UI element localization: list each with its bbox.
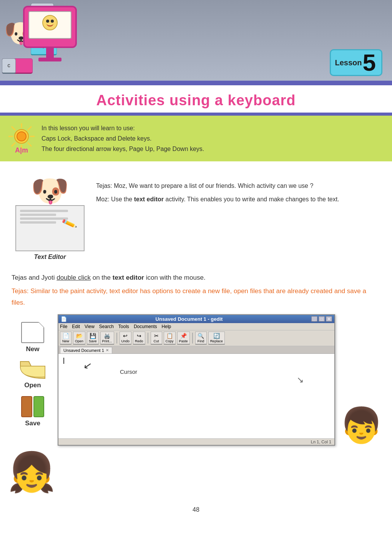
toolbar-replace[interactable]: 🔄 Replace bbox=[208, 332, 225, 345]
intro-line3: The four directional arrow keys, Page Up… bbox=[42, 144, 204, 154]
new-doc-icon: 📄 bbox=[63, 333, 69, 339]
main-title-area: Activities using a keyboard bbox=[0, 85, 392, 113]
cursor-arrow-icon: ↙ bbox=[82, 359, 93, 372]
svg-line-8 bbox=[28, 126, 32, 130]
new-button-group: New bbox=[12, 322, 54, 353]
gedit-menubar: File Edit View Search Tools Documents He… bbox=[58, 323, 334, 330]
aim-icon-wrapper: A|m bbox=[8, 123, 35, 154]
gedit-titlebar-buttons: _ □ × bbox=[311, 316, 332, 322]
toolbar-open[interactable]: 📂 Open bbox=[73, 332, 85, 345]
toolbar-separator1 bbox=[116, 333, 117, 343]
svg-point-1 bbox=[17, 132, 26, 141]
te-line bbox=[20, 210, 68, 212]
paragraph2-orange: Tejas: Similar to the paint activity, te… bbox=[12, 285, 380, 309]
minimize-button[interactable]: _ bbox=[311, 316, 317, 322]
cursor-label: Cursor bbox=[120, 368, 137, 375]
lesson-label: Lesson bbox=[335, 58, 362, 67]
dialogue-images: 🐶 ✏️ Text Editor bbox=[12, 173, 88, 260]
gedit-title-icon: 📄 bbox=[61, 316, 67, 322]
girl-character-left: 👧 bbox=[8, 450, 56, 495]
save-label: Save bbox=[25, 420, 40, 427]
page-title: Activities using a keyboard bbox=[0, 92, 392, 109]
toolbar-new[interactable]: 📄 New bbox=[60, 332, 71, 345]
text-cursor bbox=[63, 358, 64, 364]
gedit-tab-unsaved[interactable]: Unsaved Document 1 ✕ bbox=[60, 347, 112, 353]
side-buttons-left: New Open Save bbox=[12, 314, 54, 427]
menu-view[interactable]: View bbox=[85, 324, 95, 329]
gedit-toolbar: 📄 New 📂 Open 💾 Save 🖨️ Print... ↩ Undo bbox=[58, 330, 334, 346]
close-button[interactable]: × bbox=[326, 316, 332, 322]
toolbar-copy[interactable]: 📋 Copy bbox=[164, 332, 176, 345]
statusbar-text: Ln 1, Col 1 bbox=[311, 440, 331, 444]
lesson-number: 5 bbox=[363, 52, 376, 73]
open-button-group: Open bbox=[12, 360, 54, 389]
open-folder-icon bbox=[20, 360, 46, 379]
gedit-window[interactable]: 📄 Unsaved Document 1 - gedit _ □ × File … bbox=[58, 314, 335, 446]
redo-icon: ↪ bbox=[137, 333, 141, 339]
moz-line: Moz: Use the text editor activity. This … bbox=[96, 194, 380, 204]
undo-icon: ↩ bbox=[123, 333, 128, 339]
menu-file[interactable]: File bbox=[60, 324, 67, 329]
paragraph1: Tejas and Jyoti double click on the text… bbox=[12, 272, 380, 284]
open-doc-icon: 📂 bbox=[76, 333, 83, 339]
toolbar-print[interactable]: 🖨️ Print... bbox=[100, 332, 114, 345]
computer-illustration: 🐶 bbox=[4, 2, 88, 75]
menu-tools[interactable]: Tools bbox=[118, 324, 129, 329]
new-icon bbox=[21, 322, 44, 343]
print-doc-icon: 🖨️ bbox=[104, 333, 110, 339]
toolbar-save[interactable]: 💾 Save bbox=[87, 332, 99, 345]
save-button-group: Save bbox=[12, 396, 54, 427]
toolbar-cut[interactable]: ✂ Cut bbox=[151, 332, 162, 345]
intro-text: In this lesson you will learn to use: Ca… bbox=[42, 123, 204, 154]
save-doc-icon: 💾 bbox=[90, 333, 96, 339]
menu-documents[interactable]: Documents bbox=[134, 324, 157, 329]
svg-line-7 bbox=[28, 143, 32, 146]
main-text-paragraph: Tejas and Jyoti double click on the text… bbox=[0, 268, 392, 309]
replace-icon: 🔄 bbox=[213, 333, 220, 339]
intro-line1: In this lesson you will learn to use: bbox=[42, 123, 204, 133]
dialogue-dog-character: 🐶 bbox=[31, 173, 69, 209]
toolbar-separator3 bbox=[192, 333, 193, 343]
boy-emoji: 👦 bbox=[340, 405, 383, 446]
menu-search[interactable]: Search bbox=[99, 324, 114, 329]
find-icon: 🔍 bbox=[198, 333, 204, 339]
tejas-line: Tejas: Moz, We want to prepare a list of… bbox=[96, 181, 380, 191]
gedit-titlebar: 📄 Unsaved Document 1 - gedit _ □ × bbox=[58, 315, 334, 323]
purple-band bbox=[0, 113, 392, 116]
toolbar-redo[interactable]: ↪ Redo bbox=[133, 332, 145, 345]
gedit-content[interactable]: ↙ Cursor ↘ bbox=[58, 354, 334, 438]
toolbar-separator2 bbox=[148, 333, 148, 343]
tab-label: Unsaved Document 1 bbox=[63, 348, 104, 353]
cut-icon: ✂ bbox=[154, 333, 159, 339]
dialogue-section: 🐶 ✏️ Text Editor Tejas: Moz, We want to … bbox=[0, 161, 392, 268]
bottom-section: 👧 bbox=[0, 446, 392, 503]
gedit-statusbar: Ln 1, Col 1 bbox=[58, 438, 334, 445]
maximize-button[interactable]: □ bbox=[319, 316, 325, 322]
dialogue-text: Tejas: Moz, We want to prepare a list of… bbox=[96, 173, 380, 204]
down-arrow-icon: ↘ bbox=[297, 375, 304, 385]
page-number-area: 48 bbox=[0, 503, 392, 517]
new-label: New bbox=[26, 345, 40, 353]
lesson-badge: Lesson 5 bbox=[330, 49, 382, 76]
toolbar-undo[interactable]: ↩ Undo bbox=[120, 332, 132, 345]
te-line bbox=[20, 214, 56, 216]
purple-title-bar bbox=[0, 81, 392, 85]
gedit-area: New Open Save 📄 Unsaved Document 1 bbox=[0, 309, 392, 446]
menu-help[interactable]: Help bbox=[162, 324, 171, 329]
copy-icon: 📋 bbox=[166, 333, 173, 339]
svg-line-9 bbox=[12, 143, 15, 146]
toolbar-find[interactable]: 🔍 Find bbox=[195, 332, 207, 345]
te-line bbox=[20, 217, 68, 220]
open-label: Open bbox=[24, 381, 41, 389]
toolbar-paste[interactable]: 📌 Paste bbox=[177, 332, 190, 345]
svg-line-6 bbox=[12, 126, 15, 130]
gedit-tabs: Unsaved Document 1 ✕ bbox=[58, 346, 334, 354]
text-editor-illustration: ✏️ bbox=[15, 205, 85, 251]
right-boy-character: 👦 bbox=[338, 405, 384, 446]
open-icon bbox=[20, 360, 46, 379]
text-editor-label: Text Editor bbox=[34, 254, 66, 260]
keyboard-header: 1 2 3 4 5 6 7 8 9 0 - ← Tab T Y U I O P … bbox=[0, 0, 392, 81]
menu-edit[interactable]: Edit bbox=[72, 324, 80, 329]
tab-close-icon[interactable]: ✕ bbox=[106, 348, 109, 352]
gedit-title-text: Unsaved Document 1 - gedit bbox=[156, 316, 223, 322]
